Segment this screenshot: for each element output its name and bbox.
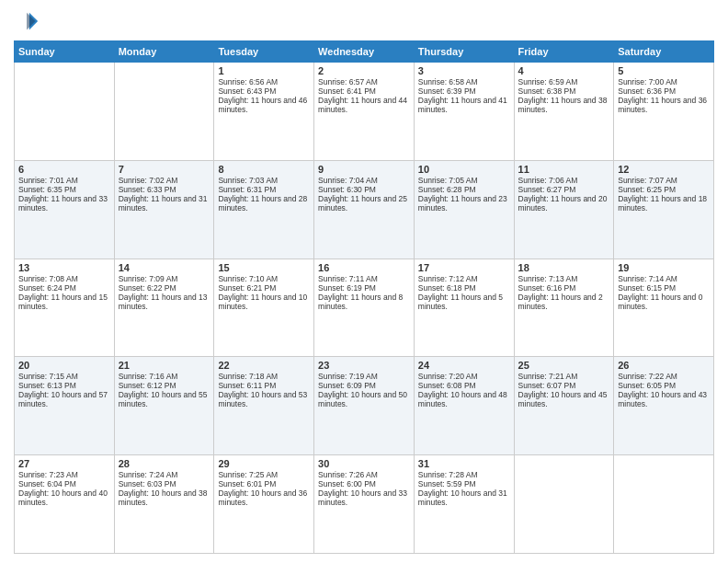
day-cell: 4Sunrise: 6:59 AMSunset: 6:38 PMDaylight…: [514, 63, 614, 161]
day-cell: 13Sunrise: 7:08 AMSunset: 6:24 PMDayligh…: [15, 259, 115, 357]
sunrise: Sunrise: 7:15 AM: [18, 372, 78, 381]
day-number: 10: [418, 164, 510, 175]
day-cell: 2Sunrise: 6:57 AMSunset: 6:41 PMDaylight…: [314, 63, 415, 161]
sunset: Sunset: 5:59 PM: [418, 479, 476, 488]
sunrise: Sunrise: 7:06 AM: [518, 176, 578, 185]
daylight: Daylight: 10 hours and 40 minutes.: [18, 488, 108, 507]
daylight: Daylight: 10 hours and 31 minutes.: [418, 488, 507, 507]
day-cell: 23Sunrise: 7:19 AMSunset: 6:09 PMDayligh…: [314, 357, 415, 455]
daylight: Daylight: 10 hours and 57 minutes.: [18, 390, 108, 408]
daylight: Daylight: 10 hours and 45 minutes.: [518, 390, 608, 408]
sunset: Sunset: 6:27 PM: [518, 185, 576, 194]
day-header-thursday: Thursday: [414, 41, 514, 63]
daylight: Daylight: 11 hours and 41 minutes.: [418, 96, 507, 114]
sunset: Sunset: 6:08 PM: [418, 381, 476, 390]
sunset: Sunset: 6:19 PM: [318, 283, 376, 293]
sunrise: Sunrise: 7:14 AM: [618, 274, 677, 283]
day-header-sunday: Sunday: [15, 41, 115, 63]
calendar-table: SundayMondayTuesdayWednesdayThursdayFrid…: [14, 40, 714, 554]
day-number: 20: [18, 360, 110, 371]
day-number: 11: [518, 164, 610, 175]
week-row-1: 1Sunrise: 6:56 AMSunset: 6:43 PMDaylight…: [15, 63, 714, 161]
week-row-5: 27Sunrise: 7:23 AMSunset: 6:04 PMDayligh…: [15, 455, 714, 554]
daylight: Daylight: 10 hours and 50 minutes.: [318, 390, 407, 408]
day-number: 14: [119, 262, 210, 273]
sunrise: Sunrise: 7:04 AM: [318, 176, 378, 185]
sunset: Sunset: 6:35 PM: [18, 185, 76, 194]
day-cell: 1Sunrise: 6:56 AMSunset: 6:43 PMDaylight…: [214, 63, 314, 161]
week-row-3: 13Sunrise: 7:08 AMSunset: 6:24 PMDayligh…: [15, 259, 714, 357]
day-header-tuesday: Tuesday: [214, 41, 314, 63]
day-cell: 31Sunrise: 7:28 AMSunset: 5:59 PMDayligh…: [414, 455, 514, 554]
day-number: 1: [218, 65, 310, 76]
day-number: 30: [318, 458, 410, 469]
day-number: 6: [18, 164, 110, 175]
sunset: Sunset: 6:15 PM: [618, 283, 676, 293]
day-number: 23: [318, 360, 410, 371]
day-cell: 19Sunrise: 7:14 AMSunset: 6:15 PMDayligh…: [614, 259, 714, 357]
daylight: Daylight: 11 hours and 0 minutes.: [618, 293, 702, 311]
sunset: Sunset: 6:31 PM: [218, 185, 276, 194]
daylight: Daylight: 10 hours and 48 minutes.: [418, 390, 507, 408]
sunset: Sunset: 6:41 PM: [318, 86, 376, 96]
daylight: Daylight: 11 hours and 13 minutes.: [119, 293, 208, 311]
sunrise: Sunrise: 7:26 AM: [318, 470, 378, 479]
sunset: Sunset: 6:39 PM: [418, 86, 476, 96]
sunset: Sunset: 6:30 PM: [318, 185, 376, 194]
sunset: Sunset: 6:33 PM: [119, 185, 176, 194]
day-cell: 21Sunrise: 7:16 AMSunset: 6:12 PMDayligh…: [114, 357, 214, 455]
sunset: Sunset: 6:07 PM: [518, 381, 576, 390]
sunset: Sunset: 6:36 PM: [618, 86, 676, 96]
sunrise: Sunrise: 7:03 AM: [218, 176, 278, 185]
sunset: Sunset: 6:25 PM: [618, 185, 676, 194]
sunset: Sunset: 6:09 PM: [318, 381, 376, 390]
daylight: Daylight: 11 hours and 8 minutes.: [318, 293, 403, 311]
day-cell: 12Sunrise: 7:07 AMSunset: 6:25 PMDayligh…: [614, 160, 714, 259]
sunset: Sunset: 6:00 PM: [318, 479, 376, 488]
day-number: 24: [418, 360, 510, 371]
day-cell: 20Sunrise: 7:15 AMSunset: 6:13 PMDayligh…: [15, 357, 115, 455]
sunset: Sunset: 6:04 PM: [18, 479, 76, 488]
sunset: Sunset: 6:21 PM: [218, 283, 276, 293]
day-number: 13: [18, 262, 110, 273]
daylight: Daylight: 11 hours and 46 minutes.: [218, 96, 307, 114]
sunset: Sunset: 6:12 PM: [119, 381, 176, 390]
day-number: 28: [119, 458, 210, 469]
day-cell: 26Sunrise: 7:22 AMSunset: 6:05 PMDayligh…: [614, 357, 714, 455]
days-header-row: SundayMondayTuesdayWednesdayThursdayFrid…: [15, 41, 714, 63]
day-number: 26: [618, 360, 710, 371]
sunrise: Sunrise: 7:24 AM: [119, 470, 178, 479]
sunrise: Sunrise: 7:00 AM: [618, 77, 677, 86]
sunset: Sunset: 6:13 PM: [18, 381, 76, 390]
week-row-2: 6Sunrise: 7:01 AMSunset: 6:35 PMDaylight…: [15, 160, 714, 259]
sunset: Sunset: 6:03 PM: [119, 479, 176, 488]
sunrise: Sunrise: 6:59 AM: [518, 77, 578, 86]
sunset: Sunset: 6:28 PM: [418, 185, 476, 194]
sunset: Sunset: 6:16 PM: [518, 283, 576, 293]
day-number: 8: [218, 164, 310, 175]
sunrise: Sunrise: 7:13 AM: [518, 274, 578, 283]
sunrise: Sunrise: 7:21 AM: [518, 372, 578, 381]
daylight: Daylight: 11 hours and 38 minutes.: [518, 96, 608, 114]
sunset: Sunset: 6:22 PM: [119, 283, 176, 293]
day-cell: 24Sunrise: 7:20 AMSunset: 6:08 PMDayligh…: [414, 357, 514, 455]
day-cell: 3Sunrise: 6:58 AMSunset: 6:39 PMDaylight…: [414, 63, 514, 161]
day-header-friday: Friday: [514, 41, 614, 63]
daylight: Daylight: 10 hours and 53 minutes.: [218, 390, 307, 408]
sunrise: Sunrise: 7:23 AM: [18, 470, 78, 479]
day-cell: 15Sunrise: 7:10 AMSunset: 6:21 PMDayligh…: [214, 259, 314, 357]
daylight: Daylight: 11 hours and 36 minutes.: [618, 96, 707, 114]
sunset: Sunset: 6:01 PM: [218, 479, 276, 488]
day-cell: 7Sunrise: 7:02 AMSunset: 6:33 PMDaylight…: [114, 160, 214, 259]
daylight: Daylight: 11 hours and 23 minutes.: [418, 194, 507, 213]
day-header-monday: Monday: [114, 41, 214, 63]
logo-icon: [14, 9, 40, 35]
daylight: Daylight: 11 hours and 33 minutes.: [18, 194, 108, 213]
daylight: Daylight: 11 hours and 10 minutes.: [218, 293, 307, 311]
day-number: 25: [518, 360, 610, 371]
daylight: Daylight: 10 hours and 43 minutes.: [618, 390, 707, 408]
day-header-wednesday: Wednesday: [314, 41, 415, 63]
day-cell: 28Sunrise: 7:24 AMSunset: 6:03 PMDayligh…: [114, 455, 214, 554]
logo: [14, 9, 43, 35]
day-cell: 8Sunrise: 7:03 AMSunset: 6:31 PMDaylight…: [214, 160, 314, 259]
